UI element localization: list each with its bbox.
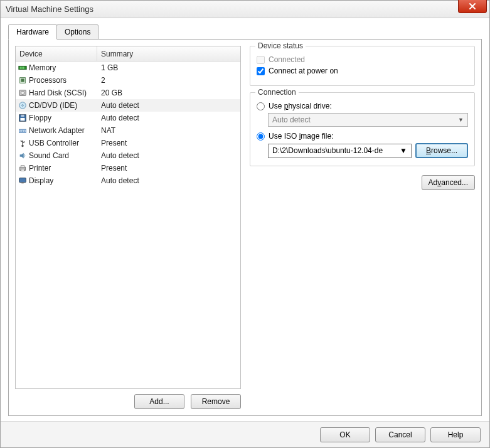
- physical-drive-label: Use physical drive:: [269, 102, 332, 110]
- device-summary: 2: [97, 76, 240, 85]
- svg-rect-11: [21, 115, 24, 117]
- usb-icon: [18, 139, 27, 147]
- svg-rect-16: [24, 131, 25, 132]
- sound-icon: [18, 151, 27, 160]
- svg-point-7: [21, 91, 24, 94]
- iso-label: Use ISO image file:: [269, 132, 333, 141]
- floppy-icon: [18, 114, 27, 122]
- table-header: Device Summary: [16, 46, 240, 61]
- cd-icon: [18, 101, 27, 110]
- cpu-icon: [18, 76, 27, 85]
- svg-rect-21: [21, 166, 24, 168]
- svg-rect-14: [21, 131, 22, 132]
- table-row[interactable]: DisplayAuto detect: [16, 174, 240, 187]
- device-name: Sound Card: [29, 151, 69, 160]
- device-name: Hard Disk (SCSI): [29, 88, 87, 97]
- svg-rect-24: [21, 183, 24, 184]
- svg-rect-2: [21, 67, 23, 69]
- device-name: Memory: [29, 63, 56, 72]
- device-name: Display: [29, 176, 53, 185]
- ok-button[interactable]: OK: [320, 427, 370, 442]
- device-summary: Present: [97, 164, 240, 173]
- device-summary: Auto detect: [97, 176, 240, 185]
- help-button[interactable]: Help: [430, 427, 481, 442]
- tab-hardware[interactable]: Hardware: [8, 24, 57, 40]
- display-icon: [18, 176, 27, 185]
- table-row[interactable]: Processors2: [16, 74, 240, 87]
- iso-path-combo[interactable]: D:\2\Downloads\ubuntu-12.04-de ▼: [268, 144, 412, 158]
- browse-button[interactable]: Browse...: [415, 143, 468, 158]
- connected-label: Connected: [269, 55, 305, 64]
- dialog-footer: OK Cancel Help: [1, 421, 489, 447]
- device-summary: Auto detect: [97, 101, 240, 110]
- table-row[interactable]: CD/DVD (IDE)Auto detect: [16, 99, 240, 112]
- svg-rect-22: [21, 169, 24, 171]
- device-name: CD/DVD (IDE): [29, 101, 77, 110]
- col-summary[interactable]: Summary: [97, 46, 240, 61]
- chevron-down-icon: ▼: [458, 117, 464, 123]
- device-name: USB Controller: [29, 139, 79, 147]
- group-title-status: Device status: [255, 41, 306, 50]
- net-icon: [18, 126, 27, 135]
- device-summary: Auto detect: [97, 151, 240, 160]
- device-name: Printer: [29, 164, 51, 173]
- device-summary: NAT: [97, 126, 240, 135]
- printer-icon: [18, 164, 27, 173]
- tab-bar: Hardware Options: [8, 24, 482, 40]
- close-button[interactable]: [458, 0, 487, 13]
- svg-rect-1: [20, 67, 21, 69]
- iso-radio[interactable]: [257, 132, 265, 141]
- device-name: Floppy: [29, 114, 51, 122]
- device-summary: 1 GB: [97, 63, 240, 72]
- physical-drive-combo: Auto detect ▼: [268, 113, 468, 127]
- physical-drive-radio[interactable]: [257, 102, 265, 110]
- connect-poweron-checkbox[interactable]: [257, 67, 265, 75]
- svg-point-18: [21, 141, 22, 142]
- close-icon: [469, 3, 476, 10]
- svg-rect-5: [21, 78, 24, 82]
- svg-rect-12: [21, 118, 25, 120]
- table-row[interactable]: PrinterPresent: [16, 162, 240, 174]
- svg-point-9: [22, 105, 24, 107]
- memory-icon: [18, 63, 27, 72]
- svg-rect-23: [19, 178, 26, 183]
- tab-options[interactable]: Options: [56, 24, 99, 40]
- physical-drive-value: Auto detect: [272, 115, 311, 124]
- connection-group: Connection Use physical drive: Auto dete…: [250, 92, 475, 166]
- svg-rect-15: [22, 131, 23, 132]
- device-summary: 20 GB: [97, 88, 240, 97]
- chevron-down-icon: ▼: [400, 146, 407, 155]
- table-row[interactable]: FloppyAuto detect: [16, 112, 240, 124]
- device-name: Processors: [29, 76, 67, 85]
- table-row[interactable]: Network AdapterNAT: [16, 124, 240, 137]
- device-summary: Auto detect: [97, 114, 240, 122]
- cancel-button[interactable]: Cancel: [375, 427, 425, 442]
- titlebar: Virtual Machine Settings: [1, 1, 489, 18]
- table-row[interactable]: Memory1 GB: [16, 61, 240, 74]
- add-button[interactable]: Add...: [134, 394, 184, 409]
- device-summary: Present: [97, 139, 240, 147]
- hdd-icon: [18, 88, 27, 97]
- connect-poweron-label: Connect at power on: [269, 67, 338, 75]
- svg-rect-3: [23, 67, 24, 69]
- table-row[interactable]: USB ControllerPresent: [16, 137, 240, 149]
- table-row[interactable]: Sound CardAuto detect: [16, 149, 240, 162]
- table-row[interactable]: Hard Disk (SCSI)20 GB: [16, 87, 240, 99]
- advanced-button[interactable]: Advanced...: [422, 175, 475, 190]
- remove-button[interactable]: Remove: [191, 394, 241, 409]
- iso-path-value: D:\2\Downloads\ubuntu-12.04-de: [272, 146, 383, 155]
- device-name: Network Adapter: [29, 126, 85, 135]
- svg-rect-19: [24, 141, 25, 142]
- window-title: Virtual Machine Settings: [6, 4, 93, 14]
- device-table: Device Summary Memory1 GBProcessors2Hard…: [15, 46, 241, 389]
- device-status-group: Device status Connected Connect at power…: [250, 46, 475, 86]
- col-device[interactable]: Device: [16, 46, 97, 61]
- connected-checkbox: [257, 56, 265, 64]
- group-title-connection: Connection: [255, 88, 299, 97]
